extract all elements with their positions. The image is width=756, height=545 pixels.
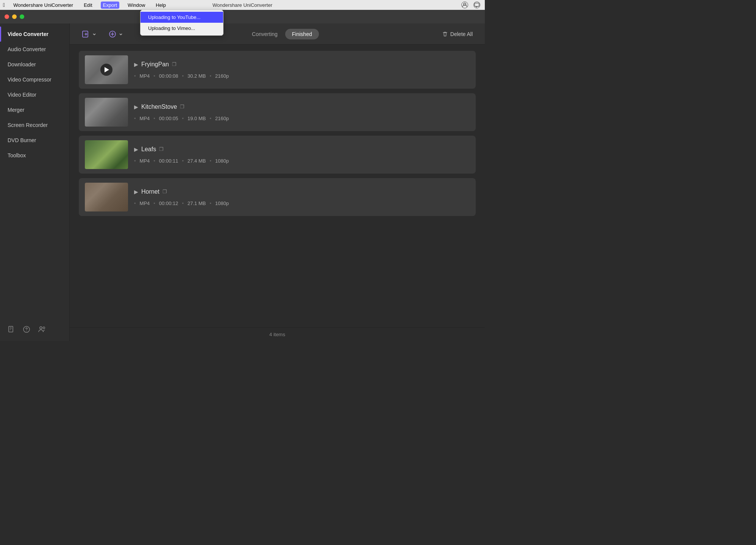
svg-rect-1 [475,3,479,6]
resolution-fryingpan: 2160p [213,73,231,79]
edit-icon-hornet[interactable]: ❐ [162,189,167,194]
delete-all-button[interactable]: Delete All [439,30,476,39]
menubar-edit[interactable]: Edit [81,2,94,9]
sidebar: Video Converter Audio Converter Download… [0,23,70,341]
file-item-kitchenstove: ▶ KitchenStove ❐ • MP4 • 00:00:05 • 19.0… [79,93,476,131]
file-name-row-hornet: ▶ Hornet ❐ [134,188,470,195]
file-meta-leafs: • MP4 • 00:00:11 • 27.4 MB • 1080p [134,158,470,164]
sidebar-item-audio-converter[interactable]: Audio Converter [0,42,69,57]
duration-fryingpan: 00:00:08 [157,73,181,79]
sidebar-item-merger[interactable]: Merger [0,102,69,117]
menubar-app-name[interactable]: Wondershare UniConverter [11,2,75,9]
file-name-row-fryingpan: ▶ FryingPan ❐ [134,61,470,68]
toolbar: Converting Finished Delete All [70,23,485,45]
book-icon[interactable] [8,326,15,335]
filename-leafs: Leafs [141,146,156,153]
minimize-button[interactable] [12,14,17,19]
add-format-button[interactable] [105,28,126,40]
edit-icon-leafs[interactable]: ❐ [159,146,164,152]
people-icon[interactable] [38,326,46,335]
size-fryingpan: 30.2 MB [185,73,208,79]
file-name-row-kitchenstove: ▶ KitchenStove ❐ [134,103,470,110]
statusbar: 4 items [70,327,485,341]
file-thumbnail-hornet[interactable] [85,183,128,211]
sidebar-item-video-converter[interactable]: Video Converter [0,27,69,42]
video-file-icon-k: ▶ [134,104,138,110]
format-leafs: MP4 [137,158,152,164]
file-item-fryingpan: ▶ FryingPan ❐ • MP4 • 00:00:08 • 30.2 MB… [79,51,476,89]
size-kitchenstove: 19.0 MB [185,116,208,121]
tab-finished[interactable]: Finished [285,29,319,39]
file-meta-hornet: • MP4 • 00:00:12 • 27.1 MB • 1080p [134,200,470,206]
menubar-title: Wondershare UniConverter [212,2,272,8]
close-button[interactable] [5,14,9,19]
file-item-leafs: ▶ Leafs ❐ • MP4 • 00:00:11 • 27.4 MB • 1… [79,136,476,174]
file-thumbnail-kitchenstove[interactable] [85,98,128,127]
file-info-leafs: ▶ Leafs ❐ • MP4 • 00:00:11 • 27.4 MB • 1… [134,146,470,164]
file-item-hornet: ▶ Hornet ❐ • MP4 • 00:00:12 • 27.1 MB • … [79,178,476,216]
svg-point-6 [43,327,45,329]
svg-point-5 [40,327,42,329]
edit-icon-kitchenstove[interactable]: ❐ [180,104,184,110]
filename-fryingpan: FryingPan [141,61,169,68]
dropdown-item-youtube[interactable]: Uploading to YouTube... [141,12,223,23]
size-leafs: 27.4 MB [185,158,208,164]
edit-icon-fryingpan[interactable]: ❐ [172,61,177,67]
sidebar-item-dvd-burner[interactable]: DVD Burner [0,133,69,148]
sidebar-item-screen-recorder[interactable]: Screen Recorder [0,117,69,133]
filename-hornet: Hornet [141,188,159,195]
app-container: Video Converter Audio Converter Download… [0,23,485,341]
file-list: ▶ FryingPan ❐ • MP4 • 00:00:08 • 30.2 MB… [70,45,485,327]
format-hornet: MP4 [137,200,152,206]
sidebar-item-downloader[interactable]: Downloader [0,57,69,72]
help-icon[interactable] [23,326,30,335]
file-info-kitchenstove: ▶ KitchenStove ❐ • MP4 • 00:00:05 • 19.0… [134,103,470,121]
menubar:  Wondershare UniConverter Edit Export W… [0,0,485,10]
main-content: Converting Finished Delete All [70,23,485,341]
sidebar-item-video-compressor[interactable]: Video Compressor [0,72,69,87]
size-hornet: 27.1 MB [185,200,208,206]
play-button-fryingpan[interactable] [100,64,112,76]
resolution-leafs: 1080p [213,158,231,164]
menubar-items: Wondershare UniConverter Edit Export Win… [11,2,168,9]
maximize-button[interactable] [20,14,24,19]
profile-icon[interactable] [461,2,468,8]
file-meta-kitchenstove: • MP4 • 00:00:05 • 19.0 MB • 2160p [134,116,470,121]
apple-menu[interactable]:  [3,2,5,8]
duration-leafs: 00:00:11 [157,158,181,164]
menubar-right [461,2,480,8]
duration-hornet: 00:00:12 [157,200,181,206]
sidebar-bottom [0,319,69,341]
duration-kitchenstove: 00:00:05 [157,116,181,121]
file-info-fryingpan: ▶ FryingPan ❐ • MP4 • 00:00:08 • 30.2 MB… [134,61,470,79]
video-file-icon-l: ▶ [134,146,138,152]
file-name-row-leafs: ▶ Leafs ❐ [134,146,470,153]
filename-kitchenstove: KitchenStove [141,103,177,110]
dropdown-item-vimeo[interactable]: Uploading to Vimeo... [141,23,223,34]
message-icon[interactable] [473,2,480,8]
format-fryingpan: MP4 [137,73,152,79]
svg-rect-2 [9,326,13,332]
sidebar-item-toolbox[interactable]: Toolbox [0,148,69,163]
titlebar [0,10,485,23]
sidebar-item-video-editor[interactable]: Video Editor [0,87,69,102]
export-dropdown: Uploading to YouTube... Uploading to Vim… [140,10,223,36]
file-thumbnail-leafs[interactable] [85,140,128,169]
video-file-icon: ▶ [134,61,138,67]
menubar-export[interactable]: Export [101,2,120,9]
svg-point-4 [26,330,27,331]
toolbar-tabs: Converting Finished [246,29,319,39]
resolution-hornet: 1080p [213,200,231,206]
menubar-help[interactable]: Help [153,2,168,9]
file-info-hornet: ▶ Hornet ❐ • MP4 • 00:00:12 • 27.1 MB • … [134,188,470,206]
file-thumbnail-fryingpan[interactable] [85,55,128,84]
video-file-icon-h: ▶ [134,189,138,195]
format-kitchenstove: MP4 [137,116,152,121]
add-file-button[interactable] [79,28,99,40]
tab-converting[interactable]: Converting [246,29,284,39]
items-count: 4 items [269,332,285,337]
menubar-window[interactable]: Window [125,2,147,9]
file-meta-fryingpan: • MP4 • 00:00:08 • 30.2 MB • 2160p [134,73,470,79]
resolution-kitchenstove: 2160p [213,116,231,121]
